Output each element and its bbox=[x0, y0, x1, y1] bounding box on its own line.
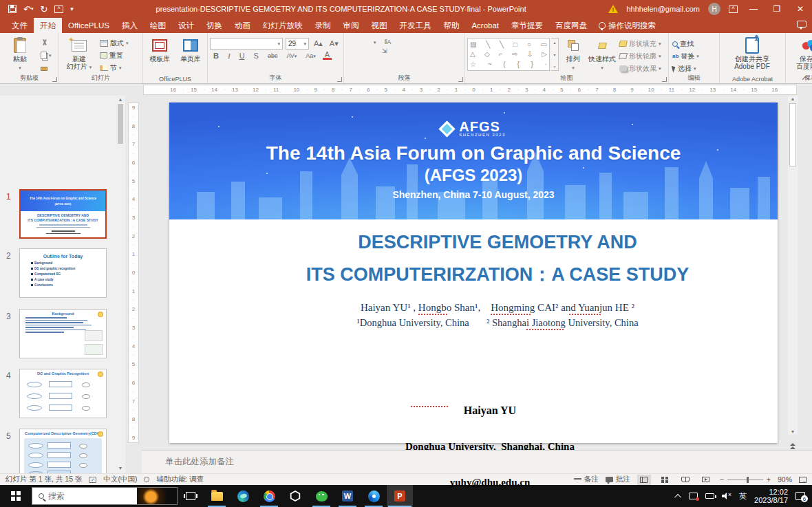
bold-button[interactable]: B bbox=[211, 52, 221, 60]
fit-slide-to-window-icon[interactable] bbox=[799, 477, 806, 483]
replace-button[interactable]: ab替换▾ bbox=[671, 51, 701, 61]
language-indicator[interactable]: 中文(中国) bbox=[103, 475, 137, 484]
search-input[interactable] bbox=[48, 491, 117, 501]
tab-file[interactable]: 文件 bbox=[6, 18, 34, 33]
edge-button[interactable] bbox=[230, 485, 256, 507]
word-button[interactable]: W bbox=[334, 485, 361, 507]
columns-icon[interactable]: ‖A bbox=[383, 39, 394, 45]
notes-pane[interactable]: 单击此处添加备注 bbox=[142, 450, 812, 473]
tab-baidu-netdisk[interactable]: 百度网盘 bbox=[549, 18, 593, 33]
shrink-font-button[interactable]: A▾ bbox=[328, 39, 341, 48]
template-library-button[interactable]: 模板库 bbox=[145, 35, 175, 74]
slide-1-editor[interactable]: AFGS SHENZHEN 2023 The 14th Asia Forum o… bbox=[169, 103, 778, 443]
change-case-button[interactable]: Aa▾ bbox=[303, 52, 318, 59]
slide-title-textbox[interactable]: DESCRIPTIVE GEMOETRY AND ITS COMPUTERIRZ… bbox=[217, 226, 778, 291]
tab-insert[interactable]: 插入 bbox=[116, 18, 144, 33]
file-explorer-button[interactable] bbox=[204, 485, 230, 507]
drawing-dialog-launcher[interactable] bbox=[662, 77, 667, 82]
screen-recording-icon[interactable] bbox=[689, 493, 698, 499]
create-share-pdf-button[interactable]: 创建并共享Adobe PDF bbox=[722, 35, 782, 74]
save-to-netdisk-button[interactable]: 保存到百度网盘 bbox=[788, 35, 812, 74]
reset-button[interactable]: 重置 bbox=[98, 50, 130, 61]
character-spacing-button[interactable]: AV▾ bbox=[284, 52, 299, 59]
font-color-button[interactable]: A bbox=[323, 52, 332, 60]
start-button[interactable] bbox=[0, 485, 32, 507]
strikethrough-button[interactable]: abc bbox=[266, 52, 280, 59]
tab-section-summary[interactable]: 章节提要 bbox=[505, 18, 549, 33]
search-highlight-image[interactable] bbox=[137, 488, 177, 504]
paste-button[interactable]: 粘贴▾ bbox=[2, 35, 38, 74]
paragraph-dialog-launcher[interactable] bbox=[458, 77, 463, 82]
thumbnail-slide-1[interactable]: The 14th Asia Forum on Graphic and Scien… bbox=[19, 189, 107, 239]
clipboard-dialog-launcher[interactable] bbox=[52, 77, 57, 82]
new-slide-button[interactable]: 新建幻灯片 ▾ bbox=[61, 35, 97, 74]
previous-slide-button[interactable] bbox=[790, 443, 795, 449]
scroll-up-icon[interactable]: ▲ bbox=[788, 96, 798, 101]
action-center-icon[interactable]: 6 bbox=[795, 492, 805, 500]
comments-bubble-icon[interactable] bbox=[797, 21, 806, 28]
close-button[interactable]: ✕ bbox=[793, 4, 808, 14]
start-slideshow-icon[interactable] bbox=[54, 6, 63, 13]
avatar[interactable]: H bbox=[708, 3, 720, 15]
shape-fill-button[interactable]: 形状填充▾ bbox=[618, 39, 663, 49]
accessibility-status[interactable]: 辅助功能: 调查 bbox=[156, 475, 204, 484]
zoom-percentage[interactable]: 90% bbox=[778, 475, 792, 484]
font-name-combo[interactable]: ▾ bbox=[210, 38, 283, 50]
scrollbar-thumb[interactable] bbox=[118, 104, 123, 144]
page-library-button[interactable]: 单页库 bbox=[176, 35, 206, 74]
tell-me-search[interactable]: 操作说明搜索 bbox=[593, 18, 661, 33]
cut-button[interactable] bbox=[39, 38, 53, 48]
battery-icon[interactable] bbox=[705, 493, 714, 499]
thumbnail-slide-3[interactable]: Background bbox=[19, 309, 107, 358]
thumbnail-slide-4[interactable]: DG and Graphic Recognition bbox=[19, 369, 107, 418]
tab-home[interactable]: 开始 bbox=[34, 18, 62, 33]
tab-design[interactable]: 设计 bbox=[172, 18, 200, 33]
minimize-button[interactable]: — bbox=[746, 4, 761, 14]
copy-button[interactable]: ▾ bbox=[39, 50, 53, 61]
thumbnail-scrollbar[interactable]: ▲ ▼ bbox=[116, 96, 125, 473]
line-spacing-icon[interactable]: ▾ bbox=[374, 38, 376, 45]
thunder-button[interactable] bbox=[361, 485, 387, 507]
tab-officeplus[interactable]: OfficePLUS bbox=[62, 18, 116, 33]
find-button[interactable]: 查找 bbox=[671, 39, 701, 49]
collapse-ribbon-icon[interactable] bbox=[802, 76, 808, 81]
ribbon-display-options-icon[interactable] bbox=[729, 6, 738, 13]
section-button[interactable]: 节▾ bbox=[98, 63, 130, 73]
powerpoint-button[interactable]: P bbox=[387, 485, 413, 507]
tab-acrobat[interactable]: Acrobat bbox=[465, 18, 505, 33]
grow-font-button[interactable]: A▴ bbox=[312, 39, 325, 48]
tab-review[interactable]: 审阅 bbox=[336, 18, 365, 33]
scroll-down-icon[interactable]: ▼ bbox=[788, 429, 798, 434]
warning-icon[interactable]: ! bbox=[608, 5, 618, 13]
tab-record[interactable]: 录制 bbox=[308, 18, 336, 33]
slide-counter[interactable]: 幻灯片 第 1 张, 共 15 张 bbox=[6, 475, 82, 484]
shapes-gallery[interactable]: ▤╲╲□○▭ △◇⌐⇨⇩▷ ☆~({}· bbox=[467, 38, 550, 71]
arrange-button[interactable]: 排列▾ bbox=[560, 35, 586, 74]
task-view-button[interactable] bbox=[178, 485, 204, 507]
vertical-scrollbar[interactable]: ▲ ▼ bbox=[788, 96, 798, 435]
shapes-gallery-scroll[interactable]: ▴▾▿ bbox=[551, 38, 559, 71]
tab-view[interactable]: 视图 bbox=[365, 18, 393, 33]
shape-outline-button[interactable]: 形状轮廓▾ bbox=[618, 51, 663, 61]
layout-button[interactable]: 版式▾ bbox=[98, 38, 130, 48]
notes-placeholder[interactable]: 单击此处添加备注 bbox=[165, 456, 234, 468]
tab-animations[interactable]: 动画 bbox=[228, 18, 257, 33]
tab-developer[interactable]: 开发工具 bbox=[393, 18, 437, 33]
select-button[interactable]: 选择▾ bbox=[671, 63, 701, 74]
font-dialog-launcher[interactable] bbox=[337, 77, 342, 82]
restore-button[interactable]: ❐ bbox=[769, 4, 784, 14]
volume-muted-icon[interactable]: × bbox=[722, 493, 731, 499]
redo-icon[interactable]: ↻ bbox=[40, 4, 47, 14]
save-icon[interactable] bbox=[8, 5, 17, 13]
conference-banner[interactable]: AFGS SHENZHEN 2023 The 14th Asia Forum o… bbox=[169, 103, 778, 219]
account-email[interactable]: hhhhelen@gmail.com bbox=[626, 5, 700, 13]
tab-slideshow[interactable]: 幻灯片放映 bbox=[257, 18, 309, 33]
authors-line[interactable]: Haiyan YU¹ , Hongbo Shan¹, Hongming CAI²… bbox=[217, 302, 778, 314]
scroll-down-icon[interactable]: ▼ bbox=[117, 466, 124, 471]
underline-button[interactable]: U bbox=[237, 52, 247, 60]
tab-help[interactable]: 帮助 bbox=[437, 18, 465, 33]
undo-icon[interactable]: ↶▾ bbox=[23, 4, 33, 14]
text-shadow-button[interactable]: S bbox=[252, 52, 261, 60]
chrome-button[interactable] bbox=[256, 485, 282, 507]
wechat-button[interactable] bbox=[308, 485, 334, 507]
